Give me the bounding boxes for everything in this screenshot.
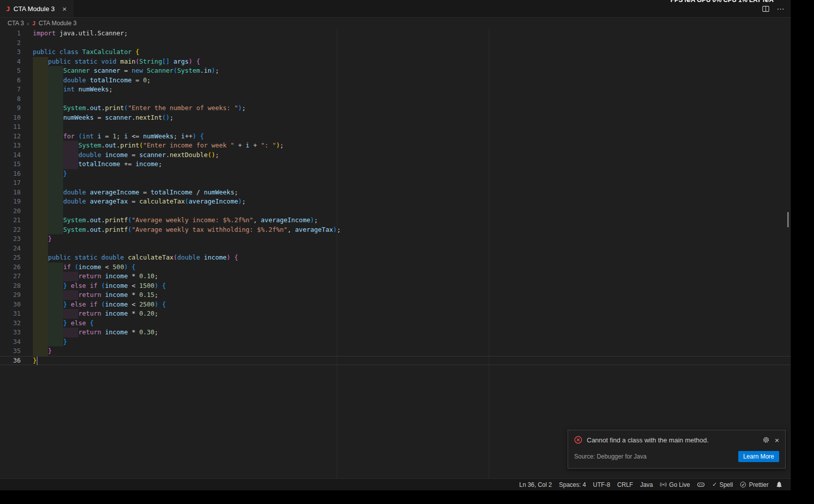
line-number: 36 xyxy=(0,356,21,366)
learn-more-button[interactable]: Learn More xyxy=(738,451,779,462)
line-number: 26 xyxy=(0,263,21,272)
code-line[interactable]: 9 System.out.print("Enter the number of … xyxy=(0,104,791,113)
code-line[interactable]: 35 } xyxy=(0,346,791,356)
status-indentation[interactable]: Spaces: 4 xyxy=(559,481,586,488)
code-line[interactable]: 10 numWeeks = scanner.nextInt(); xyxy=(0,113,791,123)
code-line[interactable]: 2 xyxy=(0,38,791,48)
code-line[interactable]: 13 System.out.print("Enter income for we… xyxy=(0,141,791,150)
code-line[interactable]: 3public class TaxCalculator { xyxy=(0,47,791,57)
code-text: totalIncome += income; xyxy=(21,160,162,169)
status-encoding[interactable]: UTF-8 xyxy=(593,481,610,488)
code-text: numWeeks = scanner.nextInt(); xyxy=(21,113,174,123)
tab-bar: J CTA Module 3 × FPS N/A GPU 0% CPU 1% L… xyxy=(0,0,791,18)
code-line[interactable]: 32 } else { xyxy=(0,319,791,328)
code-line[interactable]: 6 double totalIncome = 0; xyxy=(0,76,791,85)
code-text: public static double calculateTax(double… xyxy=(21,253,238,263)
code-line[interactable]: 22 System.out.printf("Average weekly tax… xyxy=(0,225,791,235)
notifications-bell-icon[interactable] xyxy=(776,481,783,488)
code-text: return income * 0.15; xyxy=(21,290,158,300)
code-text: Scanner scanner = new Scanner(System.in)… xyxy=(21,66,219,76)
code-line[interactable]: 17 xyxy=(0,178,791,188)
code-line[interactable]: 11 xyxy=(0,122,791,132)
notification-message: Cannot find a class with the main method… xyxy=(587,436,758,444)
code-text: } else if (income < 2500) { xyxy=(21,300,166,310)
editor[interactable]: 1import java.util.Scanner;23public class… xyxy=(0,29,791,478)
line-number: 28 xyxy=(0,281,21,291)
line-number: 10 xyxy=(0,113,21,123)
code-text: return income * 0.20; xyxy=(21,309,158,319)
scrollbar-marker[interactable] xyxy=(787,212,789,227)
line-number: 11 xyxy=(0,122,21,132)
line-number: 24 xyxy=(0,244,21,254)
status-cursor-position[interactable]: Ln 36, Col 2 xyxy=(519,481,552,488)
breadcrumb: CTA 3 › J CTA Module 3 xyxy=(0,18,791,29)
text-cursor xyxy=(37,357,38,365)
line-number: 16 xyxy=(0,169,21,179)
code-line[interactable]: 24 xyxy=(0,244,791,254)
code-line[interactable]: 8 xyxy=(0,94,791,104)
code-text: return income * 0.10; xyxy=(21,272,158,281)
status-language[interactable]: Java xyxy=(640,481,653,488)
code-line[interactable]: 34 } xyxy=(0,337,791,347)
code-text xyxy=(21,122,33,132)
code-line[interactable]: 20 xyxy=(0,207,791,216)
close-icon[interactable]: × xyxy=(775,436,779,444)
code-line[interactable]: 25 public static double calculateTax(dou… xyxy=(0,253,791,263)
code-line[interactable]: 1import java.util.Scanner; xyxy=(0,29,791,38)
code-line[interactable]: 15 totalIncome += income; xyxy=(0,160,791,169)
status-prettier[interactable]: Prettier xyxy=(740,481,769,488)
line-number: 15 xyxy=(0,160,21,169)
line-number: 6 xyxy=(0,76,21,85)
java-file-icon: J xyxy=(6,5,10,13)
more-actions-icon[interactable]: ⋯ xyxy=(777,5,785,14)
code-text: import java.util.Scanner; xyxy=(21,29,128,38)
code-line[interactable]: 12 for (int i = 1; i <= numWeeks; i++) { xyxy=(0,132,791,141)
code-line[interactable]: 36} xyxy=(0,356,791,366)
code-line[interactable]: 4 public static void main(String[] args)… xyxy=(0,57,791,67)
java-file-icon: J xyxy=(32,20,36,27)
code-line[interactable]: 26 if (income < 500) { xyxy=(0,263,791,272)
line-number: 9 xyxy=(0,104,21,113)
line-number: 17 xyxy=(0,178,21,188)
code-text: } xyxy=(21,234,52,244)
line-number: 20 xyxy=(0,207,21,216)
code-line[interactable]: 31 return income * 0.20; xyxy=(0,309,791,319)
tab-close-icon[interactable]: × xyxy=(62,5,67,13)
code-line[interactable]: 28 } else if (income < 1500) { xyxy=(0,281,791,291)
code-line[interactable]: 30 } else if (income < 2500) { xyxy=(0,300,791,310)
status-go-live[interactable]: Go Live xyxy=(660,481,690,488)
code-line[interactable]: 27 return income * 0.10; xyxy=(0,272,791,281)
copilot-icon[interactable] xyxy=(697,481,705,488)
line-number: 30 xyxy=(0,300,21,310)
code-line[interactable]: 19 double averageTax = calculateTax(aver… xyxy=(0,197,791,207)
split-editor-icon[interactable] xyxy=(762,5,770,13)
line-number: 7 xyxy=(0,85,21,94)
code-text: public class TaxCalculator { xyxy=(21,47,139,57)
line-number: 2 xyxy=(0,38,21,48)
code-text: } xyxy=(21,337,67,347)
tab-label: CTA Module 3 xyxy=(14,5,55,13)
code-line[interactable]: 14 double income = scanner.nextDouble(); xyxy=(0,150,791,160)
code-line[interactable]: 21 System.out.printf("Average weekly inc… xyxy=(0,216,791,225)
performance-stats-overlay: FPS N/A GPU 0% CPU 1% LAT N/A xyxy=(671,0,774,5)
code-line[interactable]: 33 return income * 0.30; xyxy=(0,328,791,337)
code-line[interactable]: 7 int numWeeks; xyxy=(0,85,791,94)
status-eol[interactable]: CRLF xyxy=(617,481,633,488)
breadcrumb-file[interactable]: CTA Module 3 xyxy=(38,20,76,27)
code-text: System.out.printf("Average weekly tax wi… xyxy=(21,225,341,235)
tab-cta-module-3[interactable]: J CTA Module 3 × xyxy=(0,0,73,17)
broadcast-icon xyxy=(660,481,667,488)
code-line[interactable]: 5 Scanner scanner = new Scanner(System.i… xyxy=(0,66,791,76)
line-number: 31 xyxy=(0,309,21,319)
breadcrumb-folder[interactable]: CTA 3 xyxy=(8,20,24,27)
check-circle-icon xyxy=(740,481,746,488)
line-number: 19 xyxy=(0,197,21,207)
status-spell[interactable]: ✓ Spell xyxy=(712,481,733,488)
code-line[interactable]: 23 } xyxy=(0,234,791,244)
line-number: 3 xyxy=(0,47,21,57)
code-line[interactable]: 29 return income * 0.15; xyxy=(0,290,791,300)
code-line[interactable]: 18 double averageIncome = totalIncome / … xyxy=(0,188,791,197)
code-text: System.out.print("Enter income for week … xyxy=(21,141,284,150)
gear-icon[interactable] xyxy=(762,436,770,443)
code-line[interactable]: 16 } xyxy=(0,169,791,179)
